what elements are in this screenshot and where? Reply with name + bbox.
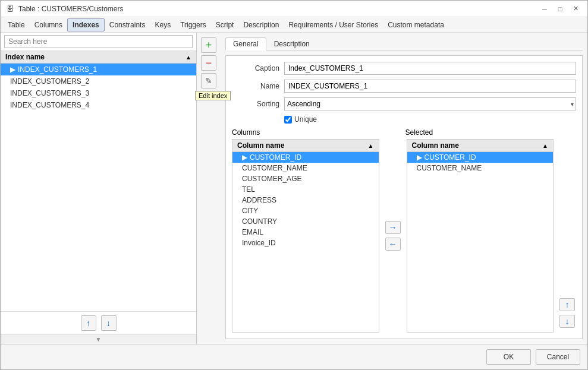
transfer-col: → ← [384,139,402,333]
col-name: CITY [242,207,258,215]
list-item[interactable]: CUSTOMER_AGE [232,173,379,184]
sorting-select[interactable]: Ascending Descending [284,97,576,110]
add-index-button[interactable]: + [201,37,216,53]
right-panel: General Description Caption Name Sorting [221,33,587,344]
sorting-select-wrapper: Ascending Descending ▾ [284,97,576,110]
columns-sort-icon: ▲ [368,143,374,149]
move-down-button[interactable]: ↓ [101,315,117,331]
transfer-right-button[interactable]: → [385,221,401,234]
form-section: Caption Name Sorting Ascending Descendin… [225,55,583,339]
right-side-col: ↑ ↓ [558,139,576,333]
columns-list-header: Column name ▲ [232,140,379,152]
caption-row: Caption [232,62,576,75]
row-arrow-icon: ▶ [417,153,422,162]
menu-triggers[interactable]: Triggers [175,19,211,31]
right-spacer [558,128,576,137]
menu-table[interactable]: Table [3,19,30,31]
list-item[interactable]: COUNTRY [232,216,379,227]
columns-list[interactable]: ▶ CUSTOMER_ID CUSTOMER_NAME CUSTOMER_AGE [232,152,379,332]
transfer-left-button[interactable]: ← [385,238,401,251]
selected-list-panel: Column name ▲ ▶ CUSTOMER_ID CUSTOMER_NAM… [407,139,554,333]
col-name: ADDRESS [242,196,276,204]
list-item[interactable]: ▶ CUSTOMER_ID [232,152,379,163]
col-name: CUSTOMER_AGE [242,175,301,183]
menu-indexes[interactable]: Indexes [67,18,105,31]
tab-description[interactable]: Description [266,37,317,50]
edit-index-button[interactable]: ✎ [201,73,216,88]
list-item[interactable]: ▶ CUSTOMER_ID [407,152,554,163]
cancel-button[interactable]: Cancel [536,349,580,365]
columns-list-panel: Column name ▲ ▶ CUSTOMER_ID CUSTOMER_NAM… [232,139,379,333]
left-action-col: + − ✎ Edit index [197,33,221,344]
move-up-selected-button[interactable]: ↑ [559,298,575,311]
list-item[interactable]: CITY [232,205,379,216]
sorting-label: Sorting [232,100,279,108]
inner-tabs: General Description [225,37,583,50]
col-name: EMAIL [242,228,263,236]
menu-custom-metadata[interactable]: Custom metadata [383,19,449,31]
list-item[interactable]: INDEX_CUSTOMERS_3 [1,87,196,99]
selected-list[interactable]: ▶ CUSTOMER_ID CUSTOMER_NAME [407,152,554,332]
index-list[interactable]: ▶ INDEX_CUSTOMERS_1 INDEX_CUSTOMERS_2 IN… [1,64,196,311]
columns-label: Columns [232,128,260,137]
footer: OK Cancel [1,344,587,369]
edit-index-tooltip-wrapper: ✎ Edit index [201,73,216,88]
window-title: Table : CUSTOMERS/Customers [18,5,124,13]
menu-requirements[interactable]: Requirements / User Stories [284,19,383,31]
index-name: INDEX_CUSTOMERS_2 [10,77,89,86]
search-input[interactable] [4,35,193,48]
close-button[interactable]: ✕ [568,3,583,15]
transfer-spacer [385,128,403,137]
menu-keys[interactable]: Keys [150,19,175,31]
left-panel: Index name ▲ ▶ INDEX_CUSTOMERS_1 INDEX_C… [1,33,197,344]
scroll-indicator: ▼ [1,334,196,344]
list-item[interactable]: INDEX_CUSTOMERS_4 [1,99,196,111]
list-item[interactable]: CUSTOMER_NAME [407,163,554,173]
index-name: INDEX_CUSTOMERS_3 [10,89,89,97]
tab-general[interactable]: General [225,37,266,50]
list-item[interactable]: CUSTOMER_NAME [232,163,379,173]
name-label: Name [232,82,279,90]
selected-arrow-icon: ▶ [10,65,15,74]
selected-label: Selected [405,128,433,137]
selected-sort-icon: ▲ [542,143,548,149]
maximize-button[interactable]: □ [553,3,567,15]
menu-description[interactable]: Description [238,19,284,31]
move-down-selected-button[interactable]: ↓ [559,315,575,328]
window-icon: 🗄 [5,4,15,14]
name-input[interactable] [284,80,576,93]
col-name: CUSTOMER_NAME [417,164,482,172]
title-bar-left: 🗄 Table : CUSTOMERS/Customers [5,4,124,14]
col-name: CUSTOMER_ID [425,153,476,162]
menu-script[interactable]: Script [211,19,239,31]
selected-list-header: Column name ▲ [407,140,554,152]
list-item[interactable]: ADDRESS [232,195,379,205]
col-name: CUSTOMER_NAME [242,164,307,172]
scroll-down-icon: ▼ [96,336,102,343]
col-name: TEL [242,185,255,194]
scroll-up-icon: ▲ [185,54,191,61]
menu-columns[interactable]: Columns [30,19,67,31]
index-name: INDEX_CUSTOMERS_1 [18,65,97,74]
list-item[interactable]: ▶ INDEX_CUSTOMERS_1 [1,64,196,75]
columns-list-container: Column name ▲ ▶ CUSTOMER_ID CUSTOMER_NAM… [232,139,379,333]
search-box [1,33,196,51]
columns-section-label: Columns [232,128,383,137]
index-name: INDEX_CUSTOMERS_4 [10,101,89,109]
menu-constraints[interactable]: Constraints [105,19,150,31]
ok-button[interactable]: OK [486,349,531,365]
remove-index-button[interactable]: − [201,55,216,71]
caption-label: Caption [232,64,279,72]
caption-input[interactable] [284,62,576,75]
edit-index-tooltip: Edit index [195,91,231,100]
columns-header-label: Column name [237,141,284,150]
minimize-button[interactable]: ─ [537,3,552,15]
move-up-button[interactable]: ↑ [81,315,96,331]
list-item[interactable]: EMAIL [232,227,379,238]
list-item[interactable]: TEL [232,184,379,195]
list-item[interactable]: Invoice_ID [232,238,379,248]
unique-checkbox[interactable] [284,116,292,124]
index-list-header: Index name ▲ [1,51,196,64]
list-item[interactable]: INDEX_CUSTOMERS_2 [1,75,196,87]
selected-header-label: Column name [412,141,459,150]
